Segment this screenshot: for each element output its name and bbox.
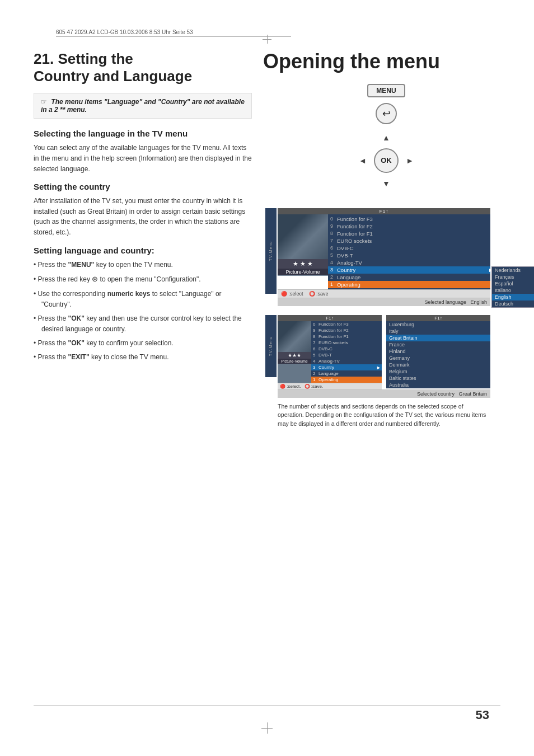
screenshot2-right: F1↑ Luxemburg Italy Great Britain France… xyxy=(386,315,490,388)
submenu-item-active: English xyxy=(492,294,534,300)
menu-item-0: 0Function for F3 xyxy=(328,215,490,223)
tv-preview-1: ★ ★ ★ Picture-Volume xyxy=(278,214,328,276)
mi-3-active: 3 Country ► xyxy=(311,364,382,370)
section-title: 21. Setting the Country and Language xyxy=(34,50,252,85)
f1-label-1: F1↑ xyxy=(380,209,388,214)
menu-item-5: 5DVB-T xyxy=(328,252,490,259)
f1-bar-1: F1↑ xyxy=(278,208,490,214)
top-bar-metadata: 605 47 2029.A2 LCD-GB 10.03.2006 8:53 Uh… xyxy=(56,29,291,37)
screenshot2-panels: TV-Menu F1↑ ★★★ Picture-Volume 0Function… xyxy=(278,315,509,389)
note-icon: ☞ xyxy=(41,98,47,106)
submenu-item: Deutsch xyxy=(492,300,534,307)
mi-5: 5DVB-T xyxy=(311,352,382,358)
hr-decor xyxy=(34,705,500,706)
remote-diagram: MENU ↩ ▲ ▼ ◄ ► OK xyxy=(263,84,509,197)
subsection2-title: Setting the country xyxy=(34,182,252,191)
submenu-item: Italiano xyxy=(492,287,534,294)
top-bar-text: 605 47 2029.A2 LCD-GB 10.03.2006 8:53 Uh… xyxy=(56,29,193,35)
selected-language: Selected language English xyxy=(278,298,490,306)
menu-item-6: 6DVB-C xyxy=(328,245,490,252)
menu-item-9: 9Function for F2 xyxy=(328,223,490,230)
tv-menu-label-text-2: TV-Menu xyxy=(269,336,273,355)
page-number: 53 xyxy=(476,708,489,722)
up-arrow: ▲ xyxy=(382,133,390,142)
country-item: Belgium xyxy=(386,368,490,375)
tv-preview-2a: ★★★ Picture-Volume xyxy=(278,321,311,383)
subsection2-body: After installation of the TV set, you mu… xyxy=(34,196,252,237)
submenu-item: Español xyxy=(492,280,534,287)
bottom-bar-2a: 🔴 :select. ⭕ :save. xyxy=(278,383,382,389)
save-icon-1: ⭕ :save xyxy=(309,291,329,297)
list-item: Press the red key ⊛ to open the menu "Co… xyxy=(34,274,252,285)
menu-item-7: 7EURO sockets xyxy=(328,237,490,245)
list-item: Use the corresponding numeric keys to se… xyxy=(34,289,252,310)
screenshot2-wrapper: TV-Menu F1↑ ★★★ Picture-Volume 0Function… xyxy=(278,315,509,398)
country-item: Finland xyxy=(386,348,490,355)
tv-img-2a xyxy=(278,321,311,352)
country-item: Denmark xyxy=(386,361,490,368)
tv-menu-label-2: TV-Menu xyxy=(265,315,277,377)
left-arrow: ◄ xyxy=(359,156,367,165)
tv-menu-label-text-1: TV-Menu xyxy=(269,241,273,260)
right-header: Opening the menu xyxy=(263,50,509,73)
tv-img-1 xyxy=(278,214,328,259)
crosshair-bottom xyxy=(261,722,273,734)
selected-country: Selected country Great Britain xyxy=(278,389,490,398)
screenshot1-wrapper: TV-Menu F1↑ ★ ★ ★ Picture-Volume 0Functi… xyxy=(278,208,509,306)
screenshot2-left: TV-Menu F1↑ ★★★ Picture-Volume 0Function… xyxy=(278,315,382,389)
screenshot1: TV-Menu F1↑ ★ ★ ★ Picture-Volume 0Functi… xyxy=(278,208,490,306)
left-column: 21. Setting the Country and Language ☞ T… xyxy=(34,50,252,367)
tv-stars-2a: ★★★ xyxy=(278,352,311,359)
mi-7: 7EURO sockets xyxy=(311,340,382,346)
submenu-1: Nederlands Français Español Italiano Eng… xyxy=(491,266,534,308)
crosshair-top xyxy=(263,35,271,44)
note-text: The menu items "Language" and "Country" … xyxy=(41,98,245,114)
f1-bar-2b: F1↑ xyxy=(386,315,490,321)
return-button: ↩ xyxy=(376,103,397,124)
right-arrow: ► xyxy=(406,156,414,165)
menu-item-1-config: 1Operating xyxy=(328,281,490,288)
submenu-2b: Luxemburg Italy Great Britain France Fin… xyxy=(386,321,490,388)
mi-1-config: 1Operating xyxy=(311,377,382,383)
tv-stars-1: ★ ★ ★ xyxy=(278,259,328,269)
list-item: Press the "MENU" key to open the TV menu… xyxy=(34,260,252,270)
screenshot-caption: The number of subjects and sections depe… xyxy=(278,402,490,429)
down-arrow: ▼ xyxy=(382,179,390,188)
menu-item-8: 8Function for F1 xyxy=(328,230,490,237)
mi-2: 2Language xyxy=(311,370,382,377)
submenu-item: Nederlands xyxy=(492,267,534,274)
menu-inner-1: ★ ★ ★ Picture-Volume 0Function for F3 9F… xyxy=(278,214,490,289)
country-item: Baltic states xyxy=(386,375,490,382)
note-box: ☞ The menu items "Language" and "Country… xyxy=(34,93,252,119)
menu-button: MENU xyxy=(367,84,405,97)
subsection1-body: You can select any of the available lang… xyxy=(34,143,252,174)
menu-item-4: 4Analog-TV xyxy=(328,259,490,266)
menu-item-3-active: 3 Country ► Nederlands Français Español … xyxy=(328,266,490,274)
mi-9: 9Function for F2 xyxy=(311,327,382,334)
subsection3-title: Setting language and country: xyxy=(34,246,252,255)
right-column: Opening the menu MENU ↩ ▲ ▼ ◄ ► OK TV-Me… xyxy=(263,50,509,429)
menu-bottom-bar-1: 🔴 :select ⭕ :save xyxy=(278,289,490,298)
country-item: Luxemburg xyxy=(386,321,490,328)
f1-bar-2a: F1↑ xyxy=(278,315,382,321)
country-item: Germany xyxy=(386,355,490,361)
tv-menu-label-1: TV-Menu xyxy=(265,208,277,294)
list-item: Press the "OK" key to confirm your selec… xyxy=(34,338,252,349)
country-item: France xyxy=(386,341,490,348)
tv-label-2a: Picture-Volume xyxy=(278,359,311,364)
select-icon-1: 🔴 :select xyxy=(281,291,303,297)
submenu-item: Français xyxy=(492,274,534,280)
instructions-list: Press the "MENU" key to open the TV menu… xyxy=(34,260,252,363)
mi-4: 4Analog-TV xyxy=(311,358,382,364)
mi-8: 8Function for F1 xyxy=(311,334,382,340)
ok-button: OK xyxy=(374,148,399,173)
panel2a-inner: ★★★ Picture-Volume 0Function for F3 9Fun… xyxy=(278,321,382,383)
menu-center-1: 0Function for F3 9Function for F2 8Funct… xyxy=(328,214,490,289)
mi-0: 0Function for F3 xyxy=(311,321,382,327)
list-item: Press the "OK" key and then use the curs… xyxy=(34,313,252,335)
tv-label-1: Picture-Volume xyxy=(278,269,328,275)
country-item-active: Great Britain xyxy=(386,335,490,341)
subsection1-title: Selecting the language in the TV menu xyxy=(34,129,252,138)
menu-center-2a: 0Function for F3 9Function for F2 8Funct… xyxy=(311,321,382,383)
menu-item-2: 2Language xyxy=(328,274,490,281)
